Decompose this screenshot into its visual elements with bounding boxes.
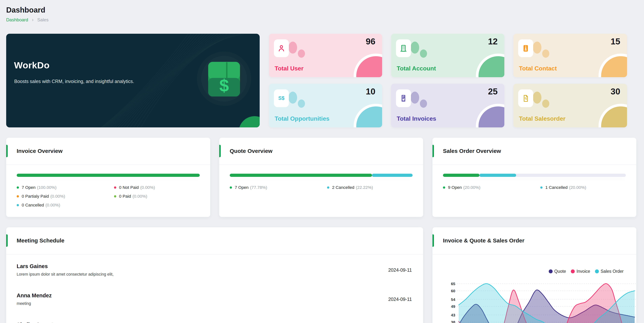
circle-decoration <box>533 92 542 104</box>
stat-value: 10 <box>366 86 375 97</box>
breadcrumb: Dashboard › Sales <box>6 17 48 23</box>
overview-card-invoice-overview: Invoice Overview7 Open(100.00%)0 Not Pai… <box>6 138 210 217</box>
chart-legend-item-sales-order[interactable]: Sales Order <box>595 269 624 274</box>
circle-decoration <box>533 42 542 54</box>
legend-dot <box>327 186 329 189</box>
card-accent-bar <box>432 145 434 157</box>
legend-label: Invoice <box>576 269 590 274</box>
stat-value: 96 <box>366 36 375 47</box>
meeting-list-item[interactable]: Anna Mendezmeeting2024-09-11 <box>6 292 423 306</box>
status-progress-bar <box>230 174 412 177</box>
breadcrumb-dashboard-link[interactable]: Dashboard <box>6 17 28 23</box>
banner-description: Boosts sales with CRM, invoicing, and in… <box>14 77 142 86</box>
area-chart: 656054494338Count <box>432 275 636 323</box>
stat-cards-grid: 96Total User12Total Account15Total Conta… <box>269 34 627 127</box>
legend-item: 0 Paid(0.00%) <box>114 194 211 199</box>
legend-percent: (0.00%) <box>140 185 155 190</box>
card-accent-bar <box>6 145 8 157</box>
legend-text: 7 Open <box>235 185 248 190</box>
meeting-list: Lars GainesLorem ipsum dolor sit amet co… <box>6 263 423 323</box>
legend-dot <box>571 269 575 273</box>
legend-percent: (0.00%) <box>46 203 60 208</box>
legend-percent: (20.00%) <box>463 185 480 190</box>
divider <box>6 164 210 165</box>
legend-dot <box>114 186 116 189</box>
divider <box>432 254 636 254</box>
page-title: Dashboard <box>6 6 45 14</box>
breadcrumb-current: Sales <box>37 17 48 23</box>
breadcrumb-separator-icon: › <box>32 17 34 23</box>
stat-value: 12 <box>488 36 498 47</box>
corner-quarter-decoration <box>356 56 382 77</box>
meeting-description: meeting <box>17 301 52 306</box>
overview-card-title: Invoice Overview <box>17 148 62 154</box>
overview-legend: 9 Open(20.00%)1 Cancelled(20.00%) <box>443 185 638 190</box>
svg-text:54: 54 <box>451 297 456 302</box>
overview-card-title: Sales Order Overview <box>443 148 501 154</box>
svg-text:$: $ <box>219 76 229 95</box>
divider <box>219 164 423 165</box>
meeting-person-name: Shelby Compton <box>17 322 60 323</box>
meeting-list-item[interactable]: Shelby Compton <box>6 322 423 323</box>
chart-legend-item-invoice[interactable]: Invoice <box>571 269 590 274</box>
stat-label: Total User <box>275 65 304 72</box>
stat-label: Total Salesorder <box>519 115 565 122</box>
legend-percent: (77.78%) <box>250 185 267 190</box>
status-progress-bar <box>17 174 200 177</box>
chart-legend: QuoteInvoiceSales Order <box>549 269 624 274</box>
meeting-list-item[interactable]: Lars GainesLorem ipsum dolor sit amet co… <box>6 263 423 277</box>
legend-dot <box>17 204 19 206</box>
status-progress-bar <box>443 174 626 177</box>
stat-label: Total Invoices <box>397 115 436 122</box>
meeting-schedule-title: Meeting Schedule <box>17 237 64 244</box>
legend-text: 1 Cancelled <box>545 185 568 190</box>
corner-quarter-decoration <box>478 56 504 77</box>
legend-percent: (22.22%) <box>356 185 373 190</box>
legend-text: 0 Cancelled <box>22 203 44 208</box>
legend-text: 0 Not Paid <box>119 185 139 190</box>
circle-decoration <box>410 92 419 104</box>
chart-card-title: Invoice & Quote & Sales Order <box>443 237 524 244</box>
stat-card-total-salesorder[interactable]: 30Total Salesorder <box>513 84 627 127</box>
legend-item: 2 Cancelled(22.22%) <box>327 185 424 190</box>
stat-label: Total Opportunities <box>275 115 330 122</box>
meeting-description: Lorem ipsum dolor sit amet consectetur a… <box>17 272 114 277</box>
meeting-person-name: Anna Mendez <box>17 292 52 299</box>
legend-percent: (100.00%) <box>37 185 56 190</box>
legend-percent: (0.00%) <box>50 194 65 199</box>
overview-legend: 7 Open(100.00%)0 Not Paid(0.00%)0 Partia… <box>17 185 211 208</box>
building-icon <box>396 39 411 57</box>
document-icon <box>518 89 533 107</box>
svg-text:38: 38 <box>451 320 456 323</box>
chart-legend-item-quote[interactable]: Quote <box>549 269 566 274</box>
progress-segment <box>17 174 200 177</box>
banner-badge-ring: $ <box>197 52 251 106</box>
stat-card-total-invoices[interactable]: 25Total Invoices <box>391 84 504 127</box>
circle-decoration <box>298 50 305 58</box>
stat-card-total-account[interactable]: 12Total Account <box>391 34 504 77</box>
legend-percent: (0.00%) <box>132 194 147 199</box>
circle-decoration <box>288 42 297 54</box>
circle-decoration <box>542 50 549 58</box>
meeting-info: Lars GainesLorem ipsum dolor sit amet co… <box>17 263 114 277</box>
legend-text: 7 Open <box>22 185 36 190</box>
stat-label: Total Contact <box>519 65 557 72</box>
invoice-quote-salesorder-card: Invoice & Quote & Sales Order QuoteInvoi… <box>432 227 636 323</box>
corner-quarter-decoration <box>356 106 382 127</box>
legend-text: 0 Partialy Paid <box>22 194 49 199</box>
legend-item: 1 Cancelled(20.00%) <box>540 185 638 190</box>
corner-quarter-decoration <box>601 56 627 77</box>
stat-value: 15 <box>611 36 620 47</box>
legend-text: 0 Paid <box>119 194 131 199</box>
stat-card-total-contact[interactable]: 15Total Contact <box>513 34 627 77</box>
stat-card-total-user[interactable]: 96Total User <box>269 34 382 77</box>
stat-card-total-opportunities[interactable]: S$10Total Opportunities <box>269 84 382 127</box>
circle-decoration <box>288 92 297 104</box>
stat-value: 30 <box>611 86 620 97</box>
circle-decoration <box>298 100 305 108</box>
legend-dot <box>230 186 232 189</box>
progress-segment <box>443 174 480 177</box>
meeting-info: Anna Mendezmeeting <box>17 292 52 306</box>
meeting-date: 2024-09-11 <box>388 296 412 302</box>
stat-value: 25 <box>488 86 498 97</box>
